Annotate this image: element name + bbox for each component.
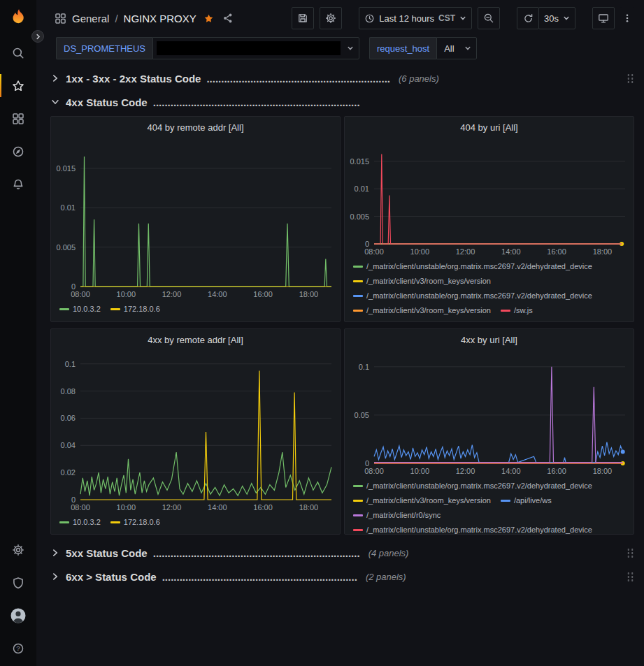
legend-label: /api/live/ws bbox=[514, 493, 552, 508]
row-header-4xx[interactable]: 4xx Status Code ........................… bbox=[50, 92, 634, 112]
legend-item[interactable]: /_matrix/client/v3/room_keys/version bbox=[353, 303, 491, 318]
x-tick-label: 12:00 bbox=[456, 247, 475, 256]
breadcrumb-dashboard-title: NGINX PROXY bbox=[124, 13, 196, 24]
refresh-interval-dropdown[interactable]: 30s bbox=[538, 7, 575, 29]
shield-icon bbox=[12, 577, 24, 589]
y-tick-label: 0.01 bbox=[61, 203, 76, 212]
sidebar-item-starred[interactable] bbox=[0, 69, 36, 102]
legend-label: /_matrix/client/unstable/org.matrix.msc2… bbox=[366, 523, 592, 534]
variable-value-dropdown[interactable]: All bbox=[436, 37, 477, 59]
timeseries-chart[interactable]: 00.0050.010.01508:0010:0012:0014:0016:00… bbox=[51, 138, 340, 301]
legend-item[interactable]: 10.0.3.2 bbox=[59, 302, 101, 317]
save-dashboard-button[interactable] bbox=[292, 7, 314, 29]
variable-request-host: request_host All bbox=[369, 37, 477, 59]
sidebar-item-settings[interactable] bbox=[0, 533, 36, 566]
x-tick-label: 08:00 bbox=[364, 467, 384, 475]
y-tick-label: 0.1 bbox=[359, 363, 369, 371]
variable-label: DS_PROMETHEUS bbox=[56, 37, 152, 59]
timeseries-chart[interactable]: 00.0050.010.01508:0010:0012:0014:0016:00… bbox=[345, 138, 634, 258]
row-title: 4xx Status Code bbox=[66, 96, 148, 108]
kebab-menu-button[interactable] bbox=[620, 7, 634, 29]
timeseries-chart[interactable]: 00.020.040.060.080.108:0010:0012:0014:00… bbox=[51, 350, 340, 514]
legend-item[interactable]: /_matrix/client/unstable/org.matrix.msc2… bbox=[353, 479, 592, 493]
y-tick-label: 0.02 bbox=[61, 468, 76, 477]
y-tick-label: 0.1 bbox=[65, 360, 76, 368]
grafana-logo[interactable] bbox=[0, 0, 36, 36]
x-tick-label: 18:00 bbox=[299, 503, 319, 512]
clock-icon bbox=[364, 13, 375, 24]
series-line bbox=[80, 157, 331, 287]
timeseries-chart[interactable]: 00.050.108:0010:0012:0014:0016:0018:00 bbox=[345, 350, 634, 477]
sidebar-item-explore[interactable] bbox=[0, 135, 36, 168]
variable-value-dropdown[interactable] bbox=[152, 37, 359, 59]
legend-label: 172.18.0.6 bbox=[124, 515, 160, 530]
x-tick-label: 10:00 bbox=[117, 290, 136, 298]
breadcrumb-folder[interactable]: General bbox=[72, 13, 109, 24]
row-drag-handle[interactable] bbox=[627, 572, 634, 582]
series-end-dot bbox=[621, 449, 625, 454]
legend-swatch bbox=[353, 280, 363, 282]
row-header-1xx-3xx-2xx[interactable]: 1xx - 3xx - 2xx Status Code ............… bbox=[50, 68, 634, 88]
legend-item[interactable]: /_matrix/client/v3/room_keys/version bbox=[353, 274, 491, 289]
legend-swatch bbox=[110, 308, 120, 310]
row-header-5xx[interactable]: 5xx Status Code ........................… bbox=[50, 543, 634, 563]
time-range-picker[interactable]: Last 12 hours CST bbox=[359, 7, 472, 29]
legend-label: 172.18.0.6 bbox=[124, 302, 160, 317]
monitor-icon bbox=[598, 13, 609, 24]
sidebar-item-server-admin[interactable] bbox=[0, 566, 36, 599]
legend-swatch bbox=[353, 295, 363, 297]
variable-ds-prometheus: DS_PROMETHEUS bbox=[56, 37, 359, 59]
panel-title[interactable]: 4xx by remote addr [All] bbox=[51, 329, 340, 350]
legend-item[interactable]: /_matrix/client/unstable/org.matrix.msc2… bbox=[353, 523, 592, 534]
row-drag-handle[interactable] bbox=[627, 73, 634, 84]
chevron-down-icon bbox=[464, 45, 471, 52]
variable-selected-value: All bbox=[444, 43, 454, 54]
legend-swatch bbox=[59, 308, 69, 310]
main-area: General / NGINX PROXY bbox=[36, 0, 644, 666]
x-tick-label: 16:00 bbox=[547, 247, 566, 256]
variable-label: request_host bbox=[369, 37, 436, 59]
dashboard-settings-button[interactable] bbox=[320, 7, 342, 29]
x-tick-label: 08:00 bbox=[364, 247, 384, 256]
legend-swatch bbox=[501, 310, 510, 312]
row-drag-handle[interactable] bbox=[627, 548, 634, 558]
x-tick-label: 18:00 bbox=[299, 290, 319, 298]
sidebar-item-alerting[interactable] bbox=[0, 168, 36, 201]
question-icon: ? bbox=[12, 642, 24, 655]
refresh-button[interactable] bbox=[517, 7, 539, 29]
chart-svg: 00.020.040.060.080.108:0010:0012:0014:00… bbox=[51, 350, 340, 514]
legend-item[interactable]: /_matrix/client/unstable/org.matrix.msc2… bbox=[353, 259, 592, 274]
sidebar-expand-button[interactable] bbox=[31, 30, 44, 43]
breadcrumb-separator: / bbox=[115, 13, 117, 24]
x-tick-label: 14:00 bbox=[501, 467, 521, 475]
legend-item[interactable]: 10.0.3.2 bbox=[59, 515, 101, 530]
legend-swatch bbox=[501, 500, 510, 502]
sidebar-item-dashboards[interactable] bbox=[0, 102, 36, 135]
sidebar-item-help[interactable]: ? bbox=[0, 632, 36, 665]
share-icon[interactable] bbox=[222, 13, 234, 24]
legend-item[interactable]: /api/live/ws bbox=[501, 493, 552, 508]
sidebar-item-search[interactable] bbox=[0, 36, 36, 69]
sidebar: ? bbox=[0, 0, 36, 666]
legend-swatch bbox=[110, 521, 120, 523]
row-header-6xx[interactable]: 6xx > Status Code ......................… bbox=[50, 567, 634, 586]
panel-title[interactable]: 404 by remote addr [All] bbox=[51, 117, 340, 138]
series-line bbox=[80, 452, 331, 495]
zoom-out-button[interactable] bbox=[478, 7, 500, 29]
dashboard-grid-icon bbox=[55, 13, 66, 24]
legend-item[interactable]: /_matrix/client/r0/sync bbox=[353, 508, 441, 523]
legend-item[interactable]: 172.18.0.6 bbox=[110, 515, 160, 530]
legend-item[interactable]: /sw.js bbox=[501, 303, 533, 318]
panel-legend: 10.0.3.2172.18.0.6 bbox=[51, 301, 340, 321]
favorite-star-icon[interactable] bbox=[203, 13, 214, 24]
sidebar-item-profile[interactable] bbox=[0, 599, 36, 632]
tv-mode-button[interactable] bbox=[592, 7, 615, 29]
row-title: 6xx > Status Code bbox=[66, 571, 157, 583]
legend-label: /_matrix/client/v3/room_keys/version bbox=[366, 493, 491, 508]
panel-title[interactable]: 4xx by uri [All] bbox=[345, 329, 634, 350]
panel-title[interactable]: 404 by uri [All] bbox=[345, 117, 634, 138]
legend-label: /sw.js bbox=[514, 303, 533, 318]
legend-item[interactable]: /_matrix/client/unstable/org.matrix.msc2… bbox=[353, 289, 592, 303]
legend-item[interactable]: 172.18.0.6 bbox=[110, 302, 160, 317]
legend-item[interactable]: /_matrix/client/v3/room_keys/version bbox=[353, 493, 491, 508]
